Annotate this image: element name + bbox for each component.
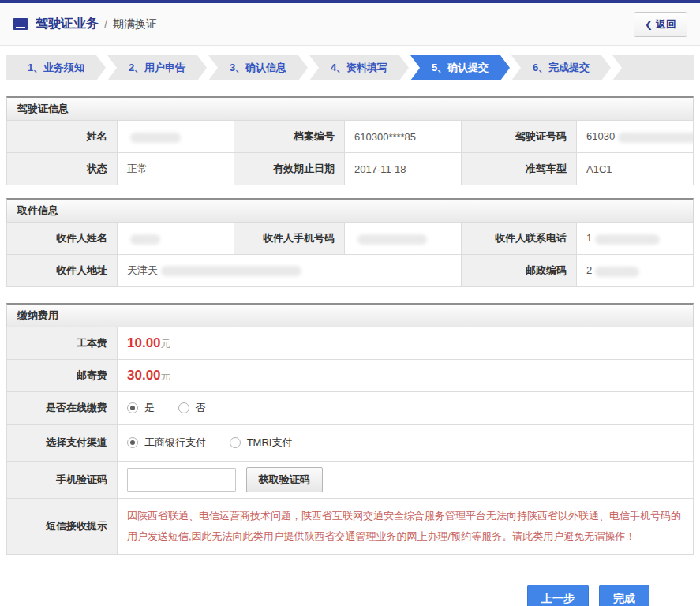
- breadcrumb-separator: /: [104, 18, 107, 31]
- value-production-fee: 10.00元: [118, 327, 694, 360]
- table-row: 姓名 档案编号 610300****85 驾驶证号码 61030X: [7, 121, 694, 153]
- step-bar-filler: [612, 55, 694, 80]
- table-row: 工本费 10.00元: [7, 327, 694, 360]
- label-pay-channel: 选择支付渠道: [7, 425, 118, 462]
- value-recipient-tel: 1: [577, 223, 694, 255]
- redacted-recipient-tel: [595, 234, 660, 245]
- step-wizard: 1、业务须知 2、用户申告 3、确认信息 4、资料填写 5、确认提交 6、完成提…: [6, 55, 694, 80]
- section-fees-title: 缴纳费用: [6, 303, 694, 327]
- section-license-title: 驾驶证信息: [6, 96, 694, 120]
- breadcrumb-current: 期满换证: [113, 17, 157, 32]
- table-row: 短信接收提示 因陕西省联通、电信运营商技术问题，陕西省互联网交通安全综合服务管理…: [7, 499, 694, 555]
- sms-code-input[interactable]: [127, 468, 236, 492]
- label-file-no: 档案编号: [234, 121, 345, 153]
- finish-button[interactable]: 完成: [599, 585, 649, 606]
- label-status: 状态: [7, 153, 118, 185]
- page-title: 驾驶证业务: [36, 16, 99, 32]
- radio-pay-online-no[interactable]: [178, 402, 189, 413]
- sms-notice-text: 因陕西省联通、电信运营商技术问题，陕西省互联网交通安全综合服务管理平台无法向持陕…: [127, 510, 681, 542]
- get-sms-code-button[interactable]: 获取验证码: [246, 467, 323, 492]
- value-recipient-address: 天津天: [118, 255, 462, 287]
- page-header: 驾驶证业务 / 期满换证 ❮ 返回: [0, 3, 700, 46]
- pay-channel-options: 工商银行支付 TMRI支付: [118, 425, 694, 462]
- sms-code-cell: 获取验证码: [118, 462, 694, 499]
- table-row: 收件人地址 天津天 邮政编码 2: [7, 255, 694, 287]
- label-mailing-fee: 邮寄费: [7, 360, 118, 392]
- back-chevron-icon: ❮: [645, 19, 653, 30]
- section-pickup-title: 取件信息: [6, 198, 694, 222]
- label-vehicle-class: 准驾车型: [462, 153, 577, 185]
- section-pickup-info: 取件信息 收件人姓名 收件人手机号码 收件人联系电话 1 收件人地址 天津天 邮…: [6, 198, 694, 287]
- sms-notice-cell: 因陕西省联通、电信运营商技术问题，陕西省互联网交通安全综合服务管理平台无法向持陕…: [118, 499, 694, 555]
- radio-label-yes[interactable]: 是: [144, 402, 155, 413]
- production-fee-amount: 10.00: [127, 335, 161, 350]
- value-postal-code: 2: [577, 255, 694, 287]
- recipient-tel-prefix: 1: [586, 232, 592, 244]
- value-recipient-mobile: [345, 223, 462, 255]
- step-6-complete-submit[interactable]: 6、完成提交: [511, 55, 611, 80]
- radio-label-icbc[interactable]: 工商银行支付: [144, 436, 206, 448]
- redacted-recipient-mobile: [357, 234, 427, 245]
- value-mailing-fee: 30.00元: [118, 360, 694, 392]
- value-recipient-name: [118, 223, 234, 255]
- radio-pay-online-yes[interactable]: [127, 402, 138, 413]
- mailing-fee-amount: 30.00: [127, 368, 161, 383]
- redacted-recipient-address: [161, 266, 301, 276]
- pay-online-options: 是 否: [118, 392, 694, 425]
- table-row: 状态 正常 有效期止日期 2017-11-18 准驾车型 A1C1: [7, 153, 694, 185]
- redacted-license-no: [618, 133, 693, 143]
- label-valid-until: 有效期止日期: [234, 153, 345, 185]
- label-recipient-tel: 收件人联系电话: [462, 223, 577, 255]
- value-valid-until: 2017-11-18: [345, 153, 462, 185]
- table-row: 选择支付渠道 工商银行支付 TMRI支付: [7, 425, 694, 462]
- form-actions: 上一步 完成: [6, 574, 694, 606]
- step-3-confirm-info[interactable]: 3、确认信息: [208, 55, 308, 80]
- step-5-confirm-submit[interactable]: 5、确认提交: [410, 55, 510, 80]
- license-no-prefix: 61030: [586, 130, 615, 142]
- step-2-user-declaration[interactable]: 2、用户申告: [107, 55, 207, 80]
- previous-step-button[interactable]: 上一步: [527, 585, 589, 606]
- table-row: 邮寄费 30.00元: [7, 360, 694, 392]
- table-row: 手机验证码 获取验证码: [7, 462, 694, 499]
- back-button[interactable]: ❮ 返回: [634, 12, 687, 37]
- value-name: [118, 121, 234, 153]
- redacted-name: [130, 133, 181, 143]
- document-icon: [13, 18, 28, 30]
- label-license-no: 驾驶证号码: [462, 121, 577, 153]
- section-fees: 缴纳费用 工本费 10.00元 邮寄费 30.00元 是否在线缴费 是 否 选择…: [6, 303, 694, 555]
- label-recipient-address: 收件人地址: [7, 255, 118, 287]
- value-vehicle-class: A1C1: [577, 153, 694, 185]
- label-pay-online: 是否在线缴费: [7, 392, 118, 425]
- label-production-fee: 工本费: [7, 327, 118, 360]
- value-file-no: 610300****85: [345, 121, 462, 153]
- radio-channel-tmri[interactable]: [230, 437, 241, 448]
- redacted-recipient-name: [130, 234, 160, 245]
- production-fee-unit: 元: [161, 338, 171, 350]
- license-info-table: 姓名 档案编号 610300****85 驾驶证号码 61030X 状态 正常 …: [6, 120, 694, 185]
- radio-label-no[interactable]: 否: [196, 402, 206, 413]
- redacted-postal-code: [595, 267, 639, 277]
- postal-code-prefix: 2: [586, 264, 592, 276]
- label-recipient-mobile: 收件人手机号码: [234, 223, 345, 255]
- label-sms-notice: 短信接收提示: [7, 499, 118, 555]
- radio-channel-icbc[interactable]: [127, 437, 138, 448]
- recipient-address-prefix: 天津天: [127, 264, 158, 276]
- step-4-fill-materials[interactable]: 4、资料填写: [309, 55, 409, 80]
- fees-table: 工本费 10.00元 邮寄费 30.00元 是否在线缴费 是 否 选择支付渠道 …: [6, 327, 694, 555]
- label-sms-code: 手机验证码: [7, 462, 118, 499]
- step-1-business-notes[interactable]: 1、业务须知: [6, 55, 106, 80]
- table-row: 收件人姓名 收件人手机号码 收件人联系电话 1: [7, 223, 694, 255]
- mailing-fee-unit: 元: [161, 370, 171, 382]
- value-status: 正常: [118, 153, 234, 185]
- label-postal-code: 邮政编码: [462, 255, 577, 287]
- radio-label-tmri[interactable]: TMRI支付: [247, 436, 293, 448]
- table-row: 是否在线缴费 是 否: [7, 392, 694, 425]
- section-license-info: 驾驶证信息 姓名 档案编号 610300****85 驾驶证号码 61030X …: [6, 96, 694, 185]
- label-name: 姓名: [7, 121, 118, 153]
- back-button-label: 返回: [656, 17, 676, 32]
- label-recipient-name: 收件人姓名: [7, 223, 118, 255]
- pickup-info-table: 收件人姓名 收件人手机号码 收件人联系电话 1 收件人地址 天津天 邮政编码 2: [6, 222, 694, 287]
- value-license-no: 61030X: [577, 121, 694, 153]
